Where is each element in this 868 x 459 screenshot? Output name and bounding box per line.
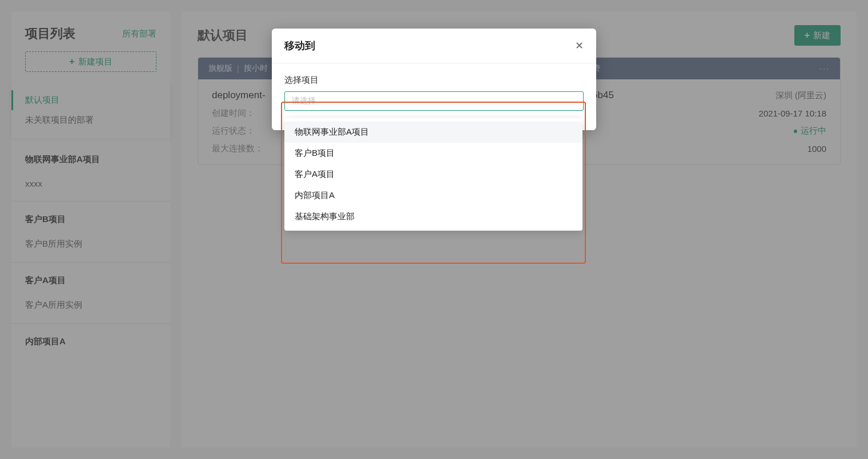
modal-header: 移动到 ✕ xyxy=(272,29,596,63)
dropdown-option[interactable]: 基础架构事业部 xyxy=(284,206,582,227)
dropdown-option[interactable]: 内部项目A xyxy=(284,185,582,206)
select-project-label: 选择项目 xyxy=(284,75,584,86)
move-to-modal: 移动到 ✕ 选择项目 请选择 ︿ 物联网事业部A项目 客户B项目 客户A项目 内… xyxy=(272,29,596,130)
modal-overlay[interactable]: 移动到 ✕ 选择项目 请选择 ︿ 物联网事业部A项目 客户B项目 客户A项目 内… xyxy=(0,0,868,459)
dropdown-option[interactable]: 客户A项目 xyxy=(284,164,582,185)
chevron-up-icon: ︿ xyxy=(569,96,576,106)
dropdown-option[interactable]: 物联网事业部A项目 xyxy=(284,122,582,143)
close-icon[interactable]: ✕ xyxy=(575,39,584,52)
dropdown-option[interactable]: 客户B项目 xyxy=(284,143,582,164)
modal-title: 移动到 xyxy=(284,39,315,53)
modal-body: 选择项目 请选择 ︿ 物联网事业部A项目 客户B项目 客户A项目 内部项目A 基… xyxy=(272,63,596,130)
project-select[interactable]: 请选择 ︿ xyxy=(284,91,584,111)
project-dropdown: 物联网事业部A项目 客户B项目 客户A项目 内部项目A 基础架构事业部 xyxy=(284,118,582,231)
select-placeholder: 请选择 xyxy=(292,96,316,106)
